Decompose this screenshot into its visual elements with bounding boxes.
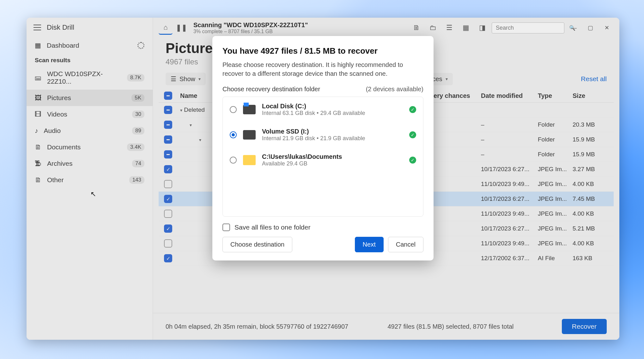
radio-icon — [230, 131, 237, 138]
modal-title: You have 4927 files / 81.5 MB to recover — [222, 46, 423, 56]
save-all-checkbox[interactable]: Save all files to one folder — [222, 224, 423, 231]
ok-icon — [409, 106, 416, 113]
choose-destination-button[interactable]: Choose destination — [222, 237, 292, 252]
destination-name: C:\Users\lukas\Documents — [262, 153, 403, 160]
modal-overlay: You have 4927 files / 81.5 MB to recover… — [27, 18, 619, 340]
modal-description: Please choose recovery destination. It i… — [222, 60, 423, 78]
destination-option[interactable]: Volume SSD (I:) Internal 21.9 GB disk • … — [223, 122, 423, 147]
recovery-modal: You have 4927 files / 81.5 MB to recover… — [212, 36, 434, 260]
app-window: Disk Drill ▦ Dashboard Scan results 🖴 WD… — [27, 18, 619, 340]
radio-icon — [230, 157, 237, 164]
next-button[interactable]: Next — [355, 237, 384, 252]
cancel-button[interactable]: Cancel — [388, 237, 423, 252]
ok-icon — [409, 157, 416, 164]
destination-name: Local Disk (C:) — [262, 103, 403, 110]
destination-option[interactable]: C:\Users\lukas\Documents Available 29.4 … — [223, 147, 423, 173]
radio-icon — [230, 106, 237, 113]
dest-header-label: Choose recovery destination folder — [222, 86, 320, 93]
cursor-icon: ↖ — [90, 190, 96, 198]
destination-list: Local Disk (C:) Internal 63.1 GB disk • … — [222, 97, 423, 217]
destination-sub: Available 29.4 GB — [262, 160, 403, 167]
drive-icon — [243, 155, 256, 165]
drive-icon — [243, 105, 256, 114]
destination-option[interactable]: Local Disk (C:) Internal 63.1 GB disk • … — [223, 97, 423, 122]
destination-sub: Internal 63.1 GB disk • 29.4 GB availabl… — [262, 110, 403, 117]
ok-icon — [409, 131, 416, 138]
destination-name: Volume SSD (I:) — [262, 128, 403, 135]
dest-device-count: (2 devices available) — [366, 86, 423, 93]
checkbox-icon — [222, 224, 230, 231]
drive-icon — [243, 130, 256, 140]
destination-sub: Internal 21.9 GB disk • 21.9 GB availabl… — [262, 135, 403, 142]
